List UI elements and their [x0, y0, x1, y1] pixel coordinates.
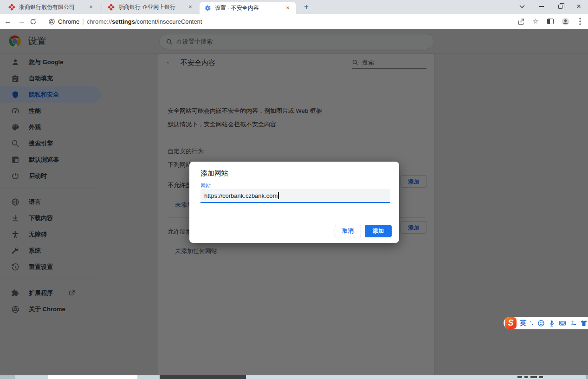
tab-separator: [102, 4, 102, 10]
side-panel-icon[interactable]: [545, 16, 556, 26]
ime-punctuation-toggle[interactable]: ’，: [530, 320, 534, 327]
czbank-logo-icon: [8, 4, 15, 11]
sliver-segment: [160, 375, 246, 379]
keyboard-icon[interactable]: [559, 320, 566, 327]
sliver-segment: [586, 375, 588, 379]
tab-close-icon[interactable]: ×: [187, 3, 194, 11]
new-tab-button[interactable]: +: [301, 1, 312, 13]
page-url: chrome://settings/content/insecureConten…: [87, 18, 202, 25]
sogou-logo-icon[interactable]: S: [505, 317, 517, 329]
tab-title: 浙商银行 企业网上银行: [118, 3, 183, 11]
text-caret: [278, 192, 279, 199]
browser-toolbar: ← → Chrome | chrome://settings/content/i…: [0, 14, 588, 29]
czbank-logo-icon: [108, 4, 115, 11]
sliver-text-fragment: [524, 376, 528, 378]
share-icon[interactable]: [516, 16, 526, 26]
tab-search-chevron-icon[interactable]: [515, 0, 529, 13]
reload-icon[interactable]: [30, 18, 42, 25]
tab-czbank-corp[interactable]: 浙商银行 企业网上银行 ×: [103, 0, 199, 14]
tab-czbank-home[interactable]: 浙商银行股份有限公司 ×: [4, 0, 99, 14]
bookmark-star-icon[interactable]: ☆: [530, 16, 541, 26]
sliver-text-fragment: [530, 376, 537, 378]
chrome-page-icon: [48, 18, 55, 25]
sliver-segment: [137, 375, 160, 379]
background-window-sliver: [0, 375, 588, 379]
sliver-text-fragment: [517, 376, 522, 378]
tab-strip: 浙商银行股份有限公司 × 浙商银行 企业网上银行 × 设置 - 不安全内容 × …: [0, 0, 588, 14]
back-icon[interactable]: ←: [2, 17, 14, 26]
dialog-title: 添加网站: [200, 169, 228, 178]
microphone-icon[interactable]: [548, 320, 556, 327]
ime-mode-toggle[interactable]: 英: [520, 319, 526, 327]
tab-close-icon[interactable]: ×: [87, 3, 95, 11]
url-separator: |: [82, 18, 84, 25]
confirm-add-button[interactable]: 添加: [365, 225, 392, 237]
emoji-icon[interactable]: [537, 320, 545, 327]
tab-title: 浙商银行股份有限公司: [19, 3, 84, 11]
profile-avatar[interactable]: [560, 16, 570, 26]
window-close-button[interactable]: ×: [572, 0, 586, 13]
forward-icon[interactable]: →: [16, 17, 28, 26]
ime-toolbar: S 英 ’，: [504, 317, 588, 329]
website-input[interactable]: https://corbank.czbank.com: [200, 189, 390, 203]
add-site-dialog: 添加网站 网站 https://corbank.czbank.com 取消 添加: [189, 162, 399, 243]
website-field-label: 网站: [200, 183, 211, 190]
skin-shirt-icon[interactable]: [580, 320, 588, 327]
sliver-segment: [48, 375, 137, 379]
tab-settings-active[interactable]: 设置 - 不安全内容 ×: [200, 2, 296, 14]
tab-close-icon[interactable]: ×: [284, 4, 291, 12]
address-bar[interactable]: Chrome | chrome://settings/content/insec…: [48, 18, 202, 25]
cancel-button[interactable]: 取消: [335, 225, 361, 237]
window-restore-button[interactable]: [553, 0, 567, 13]
sliver-segment: [0, 375, 15, 379]
sliver-segment: [15, 375, 48, 379]
sliver-text-fragment: [539, 376, 543, 378]
person-laptop-icon[interactable]: [569, 320, 577, 327]
website-input-value: https://corbank.czbank.com: [204, 192, 278, 199]
window-minimize-button[interactable]: [535, 0, 549, 13]
tab-title: 设置 - 不安全内容: [215, 4, 280, 12]
settings-gear-icon: [204, 5, 211, 12]
menu-kebab-icon[interactable]: [575, 16, 585, 26]
origin-label: Chrome: [58, 18, 79, 25]
